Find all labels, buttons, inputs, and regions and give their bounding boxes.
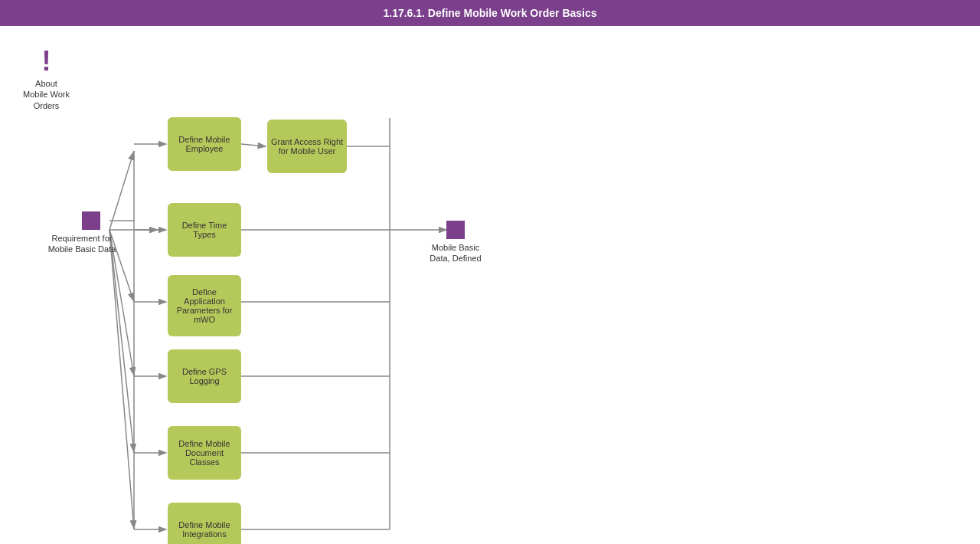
header-title: 1.17.6.1. Define Mobile Work Order Basic… bbox=[383, 7, 596, 19]
define-gps-box[interactable]: Define GPS Logging bbox=[168, 349, 241, 403]
define-time-types-box[interactable]: Define Time Types bbox=[168, 203, 241, 257]
svg-line-5 bbox=[109, 230, 134, 453]
define-app-params-box[interactable]: Define Application Parameters for mWO bbox=[168, 275, 241, 336]
page-header: 1.17.6.1. Define Mobile Work Order Basic… bbox=[0, 0, 980, 26]
svg-line-6 bbox=[109, 230, 134, 529]
svg-line-11 bbox=[241, 144, 266, 146]
requirement-label: Requirement for Mobile Basic Data bbox=[47, 233, 116, 255]
svg-line-1 bbox=[109, 151, 134, 230]
about-button[interactable]: ! AboutMobile WorkOrders bbox=[23, 48, 70, 111]
define-mobile-integrations-box[interactable]: Define Mobile Integrations bbox=[168, 503, 241, 544]
grant-access-box[interactable]: Grant Access Right for Mobile User bbox=[267, 120, 347, 173]
mobile-basic-data-node[interactable] bbox=[446, 221, 465, 239]
about-label: AboutMobile WorkOrders bbox=[23, 78, 70, 111]
exclamation-icon: ! bbox=[41, 48, 51, 75]
requirement-node[interactable] bbox=[82, 211, 100, 230]
define-mobile-employee-box[interactable]: Define Mobile Employee bbox=[168, 117, 241, 171]
mobile-basic-data-label: Mobile Basic Data, Defined bbox=[425, 242, 486, 264]
define-mobile-doc-box[interactable]: Define Mobile Document Classes bbox=[168, 426, 241, 480]
